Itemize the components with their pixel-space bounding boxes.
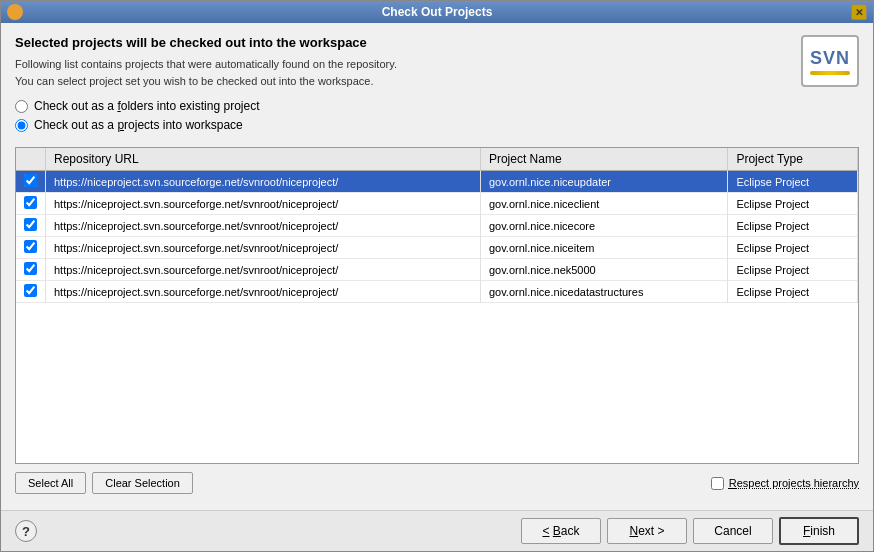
radio-projects-item: Check out as a projects into workspace: [15, 118, 859, 132]
row-url: https://niceproject.svn.sourceforge.net/…: [46, 171, 481, 193]
select-all-button[interactable]: Select All: [15, 472, 86, 494]
radio-group: Check out as a folders into existing pro…: [15, 99, 859, 137]
row-project-type: Eclipse Project: [728, 193, 858, 215]
window-icon: [7, 4, 23, 20]
row-checkbox[interactable]: [24, 196, 37, 209]
svn-logo-text: SVN: [810, 48, 850, 69]
radio-folders-item: Check out as a folders into existing pro…: [15, 99, 859, 113]
back-button[interactable]: < Back: [521, 518, 601, 544]
row-checkbox[interactable]: [24, 262, 37, 275]
table-row[interactable]: https://niceproject.svn.sourceforge.net/…: [16, 281, 858, 303]
radio-folders-label: Check out as a folders into existing pro…: [34, 99, 259, 113]
col-project-name: Project Name: [480, 148, 728, 171]
table-row[interactable]: https://niceproject.svn.sourceforge.net/…: [16, 237, 858, 259]
main-window: Check Out Projects ✕ Selected projects w…: [0, 0, 874, 552]
row-checkbox[interactable]: [24, 240, 37, 253]
radio-folders[interactable]: [15, 100, 28, 113]
close-button[interactable]: ✕: [851, 4, 867, 20]
header-text: Selected projects will be checked out in…: [15, 35, 791, 89]
table-row[interactable]: https://niceproject.svn.sourceforge.net/…: [16, 259, 858, 281]
row-project-name: gov.ornl.nice.nek5000: [480, 259, 728, 281]
row-project-name: gov.ornl.nice.nicedatastructures: [480, 281, 728, 303]
row-url: https://niceproject.svn.sourceforge.net/…: [46, 237, 481, 259]
svn-logo: SVN: [801, 35, 859, 87]
header-desc: Following list contains projects that we…: [15, 56, 791, 89]
radio-projects-label: Check out as a projects into workspace: [34, 118, 243, 132]
table-row[interactable]: https://niceproject.svn.sourceforge.net/…: [16, 193, 858, 215]
clear-selection-button[interactable]: Clear Selection: [92, 472, 193, 494]
row-project-type: Eclipse Project: [728, 259, 858, 281]
row-url: https://niceproject.svn.sourceforge.net/…: [46, 259, 481, 281]
table-row[interactable]: https://niceproject.svn.sourceforge.net/…: [16, 171, 858, 193]
row-checkbox-cell: [16, 193, 46, 215]
row-checkbox[interactable]: [24, 174, 37, 187]
projects-table: Repository URL Project Name Project Type…: [16, 148, 858, 303]
cancel-button[interactable]: Cancel: [693, 518, 773, 544]
row-project-type: Eclipse Project: [728, 237, 858, 259]
row-project-name: gov.ornl.nice.niceclient: [480, 193, 728, 215]
row-project-type: Eclipse Project: [728, 281, 858, 303]
header-section: Selected projects will be checked out in…: [15, 35, 859, 89]
help-button[interactable]: ?: [15, 520, 37, 542]
header-desc-line2: You can select project set you wish to b…: [15, 73, 791, 90]
header-desc-line1: Following list contains projects that we…: [15, 56, 791, 73]
table-header-row: Repository URL Project Name Project Type: [16, 148, 858, 171]
col-project-type: Project Type: [728, 148, 858, 171]
row-project-type: Eclipse Project: [728, 215, 858, 237]
row-checkbox-cell: [16, 237, 46, 259]
row-checkbox[interactable]: [24, 218, 37, 231]
svn-logo-decoration: [810, 71, 850, 75]
next-button[interactable]: Next >: [607, 518, 687, 544]
radio-projects[interactable]: [15, 119, 28, 132]
titlebar: Check Out Projects ✕: [1, 1, 873, 23]
page-title: Selected projects will be checked out in…: [15, 35, 791, 50]
respect-hierarchy-group: Respect projects hierarchy: [711, 477, 859, 490]
bottom-buttons: Select All Clear Selection Respect proje…: [15, 472, 859, 494]
row-project-name: gov.ornl.nice.nicecore: [480, 215, 728, 237]
row-project-name: gov.ornl.nice.niceitem: [480, 237, 728, 259]
finish-button[interactable]: Finish: [779, 517, 859, 545]
window-title: Check Out Projects: [23, 5, 851, 19]
row-checkbox-cell: [16, 171, 46, 193]
row-project-name: gov.ornl.nice.niceupdater: [480, 171, 728, 193]
row-url: https://niceproject.svn.sourceforge.net/…: [46, 193, 481, 215]
row-project-type: Eclipse Project: [728, 171, 858, 193]
content-area: Selected projects will be checked out in…: [1, 23, 873, 510]
table-row[interactable]: https://niceproject.svn.sourceforge.net/…: [16, 215, 858, 237]
row-checkbox-cell: [16, 259, 46, 281]
projects-table-container: Repository URL Project Name Project Type…: [15, 147, 859, 464]
row-checkbox-cell: [16, 215, 46, 237]
row-url: https://niceproject.svn.sourceforge.net/…: [46, 215, 481, 237]
footer-actions: < Back Next > Cancel Finish: [521, 517, 859, 545]
footer: ? < Back Next > Cancel Finish: [1, 510, 873, 551]
row-checkbox-cell: [16, 281, 46, 303]
row-checkbox[interactable]: [24, 284, 37, 297]
respect-hierarchy-checkbox[interactable]: [711, 477, 724, 490]
respect-hierarchy-label: Respect projects hierarchy: [729, 477, 859, 489]
row-url: https://niceproject.svn.sourceforge.net/…: [46, 281, 481, 303]
col-repository-url: Repository URL: [46, 148, 481, 171]
col-checkbox: [16, 148, 46, 171]
